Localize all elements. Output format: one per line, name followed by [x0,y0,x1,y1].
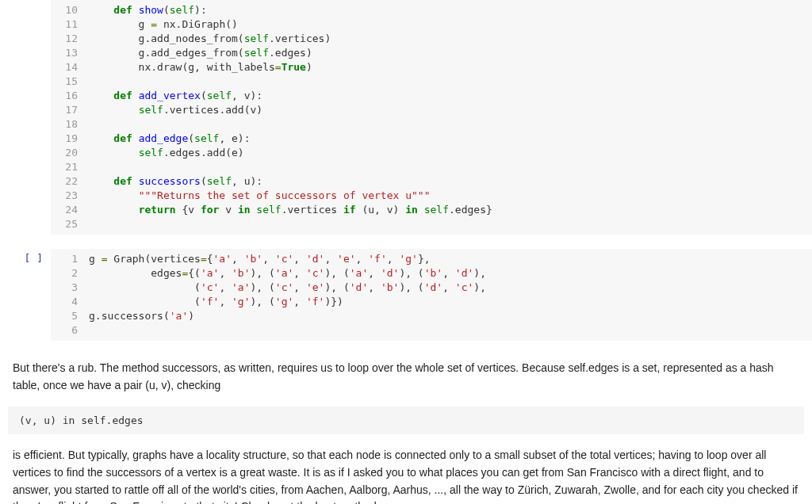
input-prompt: [ ] [0,249,43,264]
code-body[interactable]: g = Graph(vertices={'a', 'b', 'c', 'd', … [82,249,812,341]
code-cell-2: [ ] 1 2 3 4 5 6 g = Graph(vertices={'a',… [0,249,812,341]
code-body[interactable]: def show(self): g = nx.DiGraph() g.add_n… [82,0,812,235]
markdown-paragraph-1: But there's a rub. The method successors… [0,352,812,402]
line-gutter: 10 11 12 13 14 15 16 17 18 19 20 21 22 2… [51,0,82,235]
input-prompt-blank [0,0,43,3]
line-gutter: 1 2 3 4 5 6 [51,249,82,341]
markdown-paragraph-2: is efficient. But typically, graphs have… [0,439,812,504]
code-cell-1: 10 11 12 13 14 15 16 17 18 19 20 21 22 2… [0,0,812,235]
inline-code-block: (v, u) in self.edges [8,407,804,434]
